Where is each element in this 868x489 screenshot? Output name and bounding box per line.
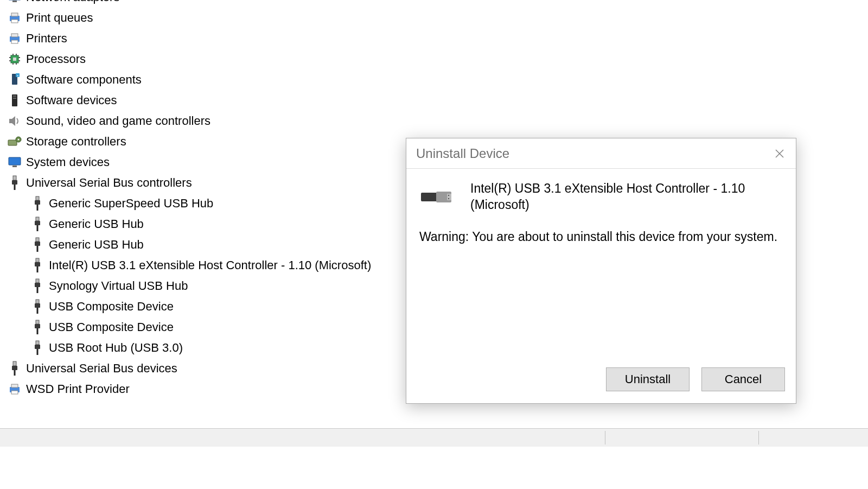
printer-icon xyxy=(7,384,23,395)
svg-rect-39 xyxy=(36,238,39,242)
speaker-icon xyxy=(7,115,23,127)
statusbar xyxy=(0,428,868,447)
tree-item-label: Generic USB Hub xyxy=(49,238,144,252)
svg-rect-3 xyxy=(11,13,18,16)
svg-rect-9 xyxy=(13,58,16,61)
svg-rect-42 xyxy=(36,258,39,262)
tree-item-label: Intel(R) USB 3.1 eXtensible Host Control… xyxy=(49,258,371,272)
dialog-close-button[interactable] xyxy=(763,138,796,169)
storage-icon xyxy=(7,136,23,148)
usbplug-icon xyxy=(29,237,46,252)
tree-item-label: USB Composite Device xyxy=(49,320,174,334)
svg-rect-22 xyxy=(13,96,16,97)
tree-item-label: Storage controllers xyxy=(26,135,126,149)
svg-rect-58 xyxy=(12,366,17,370)
svg-rect-32 xyxy=(14,185,16,190)
svg-rect-48 xyxy=(36,300,39,303)
svg-rect-67 xyxy=(447,194,451,200)
svg-rect-61 xyxy=(11,384,18,388)
dialog-warning-text: Warning: You are about to uninstall this… xyxy=(419,230,783,244)
svg-rect-57 xyxy=(13,361,16,366)
usb-connector-icon xyxy=(420,186,457,208)
usb-icon xyxy=(7,361,23,376)
tree-item-label: Universal Serial Bus controllers xyxy=(26,176,192,190)
tree-item[interactable]: Printers xyxy=(0,28,868,49)
dialog-device-header: Intel(R) USB 3.1 eXtensible Host Control… xyxy=(419,181,783,213)
close-icon xyxy=(775,149,784,158)
tree-item-label: USB Root Hub (USB 3.0) xyxy=(49,341,183,355)
printer-icon xyxy=(7,33,23,44)
svg-rect-45 xyxy=(36,279,39,283)
svg-rect-33 xyxy=(36,196,39,200)
dialog-device-name-line2: (Microsoft) xyxy=(470,197,745,213)
svg-rect-40 xyxy=(35,242,40,246)
svg-rect-55 xyxy=(35,345,40,349)
usbplug-icon xyxy=(29,258,46,273)
svg-rect-56 xyxy=(37,349,39,355)
cancel-button[interactable]: Cancel xyxy=(701,367,785,391)
tree-item[interactable]: +Software components xyxy=(0,69,868,90)
svg-rect-29 xyxy=(12,166,17,167)
tree-item-label: WSD Print Provider xyxy=(26,382,130,396)
tree-item[interactable]: Sound, video and game controllers xyxy=(0,111,868,131)
svg-rect-62 xyxy=(11,391,18,394)
svg-rect-54 xyxy=(36,341,39,345)
svg-rect-4 xyxy=(11,20,18,23)
svg-rect-36 xyxy=(36,217,39,221)
svg-text:+: + xyxy=(17,74,19,77)
usbplug-icon xyxy=(29,320,46,335)
uninstall-button[interactable]: Uninstall xyxy=(606,367,690,391)
dialog-title: Uninstall Device xyxy=(416,146,509,161)
dialog-device-name-line1: Intel(R) USB 3.1 eXtensible Host Control… xyxy=(470,181,745,197)
svg-rect-28 xyxy=(9,157,21,165)
tree-item[interactable]: Processors xyxy=(0,49,868,69)
svg-point-27 xyxy=(18,139,20,141)
chip-icon xyxy=(7,53,23,65)
svg-rect-43 xyxy=(35,262,40,266)
svg-rect-46 xyxy=(35,283,40,287)
tree-item[interactable]: Software devices xyxy=(0,90,868,111)
tower-icon xyxy=(7,93,23,107)
svg-rect-1 xyxy=(12,1,17,2)
svg-rect-25 xyxy=(8,140,17,145)
svg-rect-6 xyxy=(11,34,18,37)
tree-item-label: System devices xyxy=(26,155,110,169)
svg-rect-23 xyxy=(13,98,16,99)
dialog-body: Intel(R) USB 3.1 eXtensible Host Control… xyxy=(406,169,796,367)
svg-rect-44 xyxy=(37,266,39,272)
tree-item-label: Generic SuperSpeed USB Hub xyxy=(49,196,213,211)
svg-rect-7 xyxy=(11,40,18,43)
svg-rect-34 xyxy=(35,200,40,205)
tree-item[interactable]: Network adapters xyxy=(0,0,868,8)
tree-item-label: Print queues xyxy=(26,11,93,25)
svg-rect-30 xyxy=(13,176,16,180)
printer-icon xyxy=(7,12,23,23)
svg-rect-69 xyxy=(448,198,449,199)
tree-item-label: Processors xyxy=(26,52,86,66)
tree-item-label: Software devices xyxy=(26,93,117,107)
tree-item[interactable]: Print queues xyxy=(0,8,868,28)
usbplug-icon xyxy=(29,340,46,355)
svg-rect-65 xyxy=(421,193,437,201)
dialog-device-name: Intel(R) USB 3.1 eXtensible Host Control… xyxy=(470,181,745,213)
tree-item-label: Network adapters xyxy=(26,0,119,4)
usb-icon xyxy=(7,175,23,190)
tree-item-label: Sound, video and game controllers xyxy=(26,114,210,128)
usbplug-icon xyxy=(29,278,46,294)
uninstall-dialog: Uninstall Device Intel(R) USB 3.1 eXtens xyxy=(406,138,796,404)
dialog-titlebar: Uninstall Device xyxy=(406,138,796,169)
usbplug-icon xyxy=(29,299,46,314)
svg-rect-52 xyxy=(35,324,40,328)
svg-rect-59 xyxy=(14,370,16,376)
svg-rect-47 xyxy=(37,287,39,293)
monitor-icon xyxy=(7,157,23,168)
tree-item-label: Synology Virtual USB Hub xyxy=(49,279,188,293)
component-icon: + xyxy=(7,73,23,87)
dialog-button-row: Uninstall Cancel xyxy=(406,367,796,403)
tree-item-label: USB Composite Device xyxy=(49,300,174,314)
svg-rect-50 xyxy=(37,308,39,314)
tree-item-label: Generic USB Hub xyxy=(49,217,144,231)
svg-rect-68 xyxy=(448,195,449,196)
svg-rect-38 xyxy=(37,225,39,231)
svg-rect-49 xyxy=(35,303,40,308)
